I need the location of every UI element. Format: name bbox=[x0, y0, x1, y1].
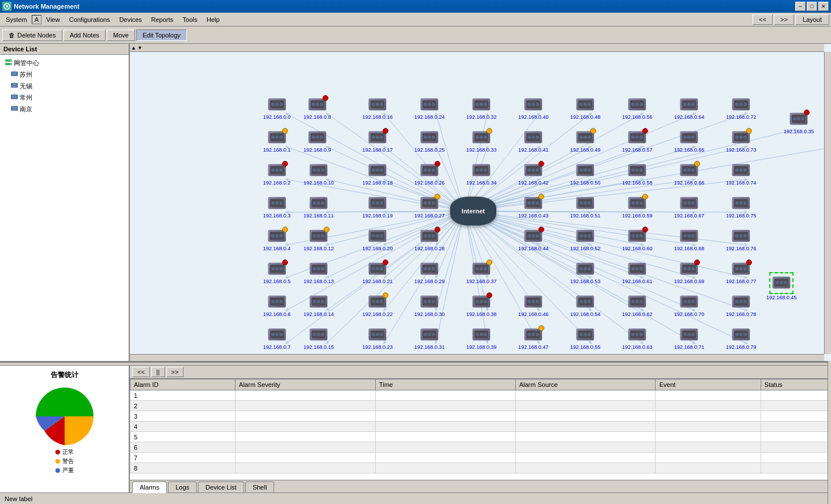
network-node[interactable]: 192.168.0.19 bbox=[362, 195, 393, 219]
network-node[interactable]: 192.168.0.8 bbox=[304, 96, 331, 120]
network-node[interactable]: 192.168.0.15 bbox=[304, 326, 334, 350]
scroll-up-icon[interactable]: ▲ bbox=[131, 45, 136, 51]
network-node[interactable]: 192.168.0.67 bbox=[674, 195, 705, 219]
network-node[interactable]: 192.168.0.55 bbox=[570, 326, 601, 350]
move-button[interactable]: Move bbox=[107, 29, 135, 41]
menu-view[interactable]: View bbox=[42, 15, 65, 24]
network-node[interactable]: 192.168.0.30 bbox=[414, 294, 445, 317]
network-node[interactable]: 192.168.0.12 bbox=[304, 228, 334, 251]
minimize-button[interactable]: ─ bbox=[795, 2, 806, 11]
maximize-button[interactable]: □ bbox=[807, 2, 817, 11]
network-node[interactable]: 192.168.0.66 bbox=[674, 162, 705, 186]
menu-a[interactable]: A bbox=[32, 15, 42, 24]
network-node[interactable]: 192.168.0.16 bbox=[362, 96, 393, 120]
network-node[interactable]: 192.168.0.40 bbox=[518, 96, 549, 120]
menu-help[interactable]: Help bbox=[202, 15, 224, 24]
network-node[interactable]: 192.168.0.14 bbox=[304, 294, 334, 317]
network-node[interactable]: 192.168.0.48 bbox=[570, 96, 601, 120]
tree-item-wanguan[interactable]: 网管中心 bbox=[2, 57, 126, 69]
network-node[interactable]: 192.168.0.0 bbox=[263, 96, 291, 120]
network-node[interactable]: 192.168.0.38 bbox=[466, 294, 497, 317]
network-node[interactable]: 192.168.0.53 bbox=[570, 261, 601, 284]
menu-system[interactable]: System bbox=[1, 15, 32, 24]
network-node[interactable]: 192.168.0.77 bbox=[726, 261, 757, 284]
nav-prev-button[interactable]: << bbox=[753, 14, 773, 25]
network-node[interactable]: 192.168.0.79 bbox=[726, 326, 757, 350]
network-node[interactable]: 192.168.0.68 bbox=[674, 228, 705, 251]
network-node[interactable]: 192.168.0.11 bbox=[304, 195, 334, 219]
network-node[interactable]: 192.168.0.17 bbox=[362, 129, 393, 153]
network-node[interactable]: 192.168.0.18 bbox=[362, 162, 393, 186]
network-node[interactable]: 192.168.0.74 bbox=[726, 162, 757, 186]
network-node[interactable]: 192.168.0.69 bbox=[674, 261, 705, 284]
network-node[interactable]: 192.168.0.33 bbox=[466, 129, 497, 153]
network-node[interactable]: 192.168.0.26 bbox=[414, 162, 445, 186]
network-node[interactable]: 192.168.0.47 bbox=[518, 326, 549, 350]
delete-nodes-button[interactable]: 🗑 Delete Nodes bbox=[2, 29, 62, 41]
network-node[interactable]: 192.168.0.50 bbox=[570, 162, 601, 186]
tree-item-wuxi[interactable]: 无锡 bbox=[2, 80, 126, 92]
network-node[interactable]: 192.168.0.51 bbox=[570, 195, 601, 219]
network-node[interactable]: 192.168.0.44 bbox=[518, 228, 549, 251]
tab-alarms[interactable]: Alarms bbox=[132, 482, 167, 493]
network-node[interactable]: 192.168.0.5 bbox=[263, 261, 291, 284]
network-node[interactable]: 192.168.0.71 bbox=[674, 326, 705, 350]
canvas-scrollbar-v[interactable] bbox=[824, 52, 831, 354]
network-node[interactable]: 192.168.0.20 bbox=[362, 228, 393, 251]
network-node[interactable]: 192.168.0.7 bbox=[263, 326, 291, 350]
add-notes-button[interactable]: Add Notes bbox=[63, 29, 106, 41]
tree-item-nanjing[interactable]: 南京 bbox=[2, 103, 126, 115]
network-node[interactable]: 192.168.0.72 bbox=[726, 96, 757, 120]
network-node[interactable]: 192.168.0.52 bbox=[570, 228, 601, 251]
topology-canvas[interactable]: Internet 192.168.0.0 bbox=[130, 44, 831, 361]
network-node[interactable]: 192.168.0.21 bbox=[362, 261, 393, 284]
layout-button[interactable]: Layout bbox=[795, 14, 829, 25]
network-node[interactable]: 192.168.0.35 bbox=[784, 111, 814, 134]
network-node[interactable]: 192.168.0.56 bbox=[622, 96, 653, 120]
tab-shell[interactable]: Shell bbox=[245, 482, 274, 492]
alarm-table[interactable]: Alarm ID Alarm Severity Time Alarm Sourc… bbox=[130, 379, 831, 480]
network-node[interactable]: 192.168.0.39 bbox=[466, 326, 497, 350]
network-node[interactable]: 192.168.0.57 bbox=[622, 129, 653, 153]
network-node[interactable]: 192.168.0.75 bbox=[726, 195, 757, 219]
network-node[interactable]: 192.168.0.43 bbox=[518, 195, 549, 219]
network-node[interactable]: 192.168.0.32 bbox=[466, 96, 497, 120]
network-node[interactable]: 192.168.0.22 bbox=[362, 294, 393, 317]
network-node[interactable]: 192.168.0.10 bbox=[304, 162, 334, 186]
network-node[interactable]: 192.168.0.25 bbox=[414, 129, 445, 153]
nav-next-button[interactable]: >> bbox=[774, 14, 794, 25]
network-node[interactable]: 192.168.0.54 bbox=[570, 294, 601, 317]
network-node[interactable]: 192.168.0.13 bbox=[304, 261, 334, 284]
network-node[interactable]: 192.168.0.46 bbox=[518, 294, 549, 317]
network-node[interactable]: 192.168.0.45 bbox=[766, 272, 797, 300]
network-node[interactable]: 192.168.0.2 bbox=[263, 162, 291, 186]
network-node[interactable]: 192.168.0.63 bbox=[622, 326, 653, 350]
network-node[interactable]: 192.168.0.29 bbox=[414, 261, 445, 284]
network-node[interactable]: 192.168.0.41 bbox=[518, 129, 549, 153]
network-node[interactable]: 192.168.0.65 bbox=[674, 129, 705, 153]
network-node[interactable]: 192.168.0.34 bbox=[466, 162, 497, 186]
internet-node[interactable]: Internet bbox=[450, 197, 496, 225]
network-node[interactable]: 192.168.0.59 bbox=[622, 195, 653, 219]
network-node[interactable]: 192.168.0.62 bbox=[622, 294, 653, 317]
network-node[interactable]: 192.168.0.64 bbox=[674, 96, 705, 120]
network-node[interactable]: 192.168.0.58 bbox=[622, 162, 653, 186]
network-node[interactable]: 192.168.0.28 bbox=[414, 228, 445, 251]
network-node[interactable]: 192.168.0.78 bbox=[726, 294, 757, 317]
tree-item-suzhou[interactable]: 苏州 bbox=[2, 69, 126, 80]
panel-prev-button[interactable]: << bbox=[132, 367, 150, 377]
network-node[interactable]: 192.168.0.37 bbox=[466, 261, 497, 284]
network-node[interactable]: 192.168.0.6 bbox=[263, 294, 291, 317]
network-node[interactable]: 192.168.0.70 bbox=[674, 294, 705, 317]
network-node[interactable]: 192.168.0.4 bbox=[263, 228, 291, 251]
network-node[interactable]: 192.168.0.49 bbox=[570, 129, 601, 153]
network-node[interactable]: 192.168.0.1 bbox=[263, 129, 291, 153]
network-node[interactable]: 192.168.0.27 bbox=[414, 195, 445, 219]
scroll-down-icon[interactable]: ▼ bbox=[137, 45, 143, 51]
network-node[interactable]: 192.168.0.76 bbox=[726, 228, 757, 251]
network-node[interactable]: 192.168.0.61 bbox=[622, 261, 653, 284]
canvas-scrollbar-h[interactable] bbox=[130, 354, 824, 361]
network-node[interactable]: 192.168.0.9 bbox=[304, 129, 331, 153]
tab-device-list[interactable]: Device List bbox=[198, 482, 244, 492]
network-node[interactable]: 192.168.0.42 bbox=[518, 162, 549, 186]
